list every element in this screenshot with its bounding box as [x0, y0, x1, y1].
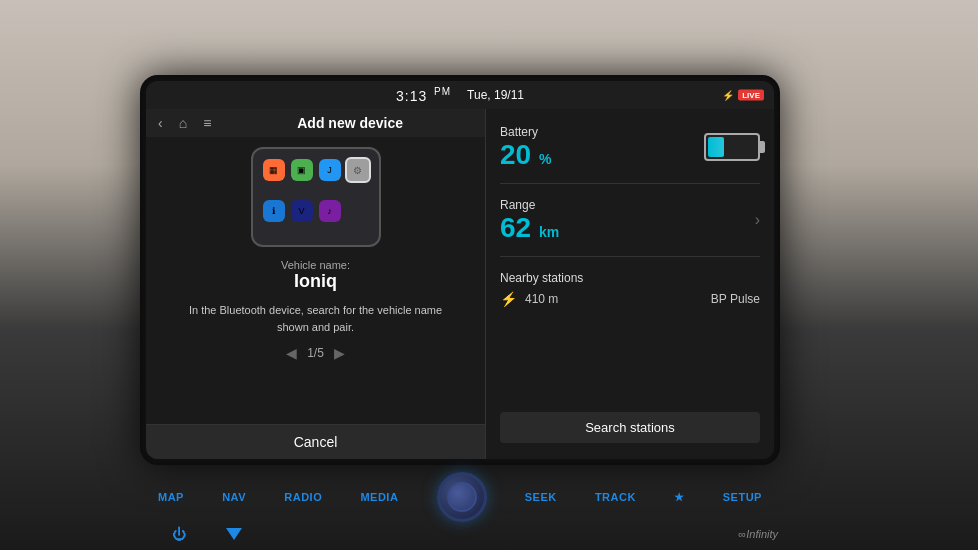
app-icon-6: V	[291, 200, 313, 222]
battery-info: Battery 20 %	[500, 125, 551, 169]
live-badge: LIVE	[738, 90, 764, 101]
time-suffix: PM	[434, 86, 451, 97]
range-arrow[interactable]: ›	[755, 211, 760, 229]
status-bar: 3:13 PM Tue, 19/11 ⚡ LIVE	[146, 81, 774, 109]
nav-bar: ‹ ⌂ ≡ Add new device	[146, 109, 485, 137]
app-icon-1: ▦	[263, 159, 285, 181]
range-info: Range 62 km	[500, 198, 559, 242]
bluetooth-icon: ⚡	[722, 90, 734, 101]
infotainment-screen: 3:13 PM Tue, 19/11 ⚡ LIVE ‹ ⌂ ≡	[146, 81, 774, 459]
add-device-title: Add new device	[227, 115, 473, 131]
settings-app-icon: ⚙	[345, 157, 371, 183]
battery-fill	[708, 137, 724, 157]
nearby-distance: 410 m	[525, 292, 558, 306]
screen-bezel: 3:13 PM Tue, 19/11 ⚡ LIVE ‹ ⌂ ≡	[140, 75, 780, 465]
nearby-row: ⚡ 410 m BP Pulse	[500, 291, 760, 307]
nearby-section: Nearby stations ⚡ 410 m BP Pulse	[500, 271, 760, 307]
vehicle-name: Ioniq	[281, 271, 350, 292]
map-button[interactable]: MAP	[158, 491, 184, 503]
radio-button[interactable]: RADIO	[284, 491, 322, 503]
date-display: Tue, 19/11	[467, 88, 524, 102]
time-display: 3:13 PM	[396, 86, 451, 104]
battery-visual	[704, 133, 760, 161]
battery-label: Battery	[500, 125, 551, 139]
page-number: 1/5	[307, 346, 324, 360]
home-icon[interactable]: ⌂	[179, 115, 187, 131]
app-icon-7: ♪	[319, 200, 341, 222]
instruction-text: In the Bluetooth device, search for the …	[156, 302, 475, 335]
battery-icon	[704, 133, 760, 161]
track-button[interactable]: TRACK	[595, 491, 636, 503]
nav-button[interactable]: NAV	[222, 491, 246, 503]
battery-unit: %	[539, 151, 551, 167]
cancel-bar: Cancel	[146, 424, 485, 459]
battery-number: 20	[500, 139, 531, 170]
brand-name: ∞Infinity	[738, 528, 778, 540]
volume-indicator	[226, 528, 242, 540]
battery-section: Battery 20 %	[500, 125, 760, 169]
knob-inner	[447, 482, 477, 512]
prev-arrow[interactable]: ◀	[286, 345, 297, 361]
nearby-label: Nearby stations	[500, 271, 760, 285]
range-number: 62	[500, 212, 531, 243]
range-value: 62 km	[500, 212, 559, 243]
divider-1	[500, 183, 760, 184]
status-icons: ⚡ LIVE	[722, 90, 764, 101]
pagination: ◀ 1/5 ▶	[286, 345, 345, 361]
main-content: ‹ ⌂ ≡ Add new device ▦ ▣ J ⚙ ✦	[146, 109, 774, 459]
range-label: Range	[500, 198, 559, 212]
app-icon-3: J	[319, 159, 341, 181]
next-arrow[interactable]: ▶	[334, 345, 345, 361]
media-button[interactable]: MEDIA	[360, 491, 398, 503]
divider-2	[500, 256, 760, 257]
charger-icon: ⚡	[500, 291, 517, 307]
cancel-button[interactable]: Cancel	[154, 434, 477, 450]
left-panel: ‹ ⌂ ≡ Add new device ▦ ▣ J ⚙ ✦	[146, 109, 486, 459]
seek-button[interactable]: SEEK	[525, 491, 557, 503]
center-knob[interactable]	[437, 472, 487, 522]
car-background: 3:13 PM Tue, 19/11 ⚡ LIVE ‹ ⌂ ≡	[0, 0, 978, 550]
right-panel: Battery 20 %	[486, 109, 774, 459]
nearby-name: BP Pulse	[711, 292, 760, 306]
bottom-row-2: ⏻	[140, 526, 780, 542]
back-icon[interactable]: ‹	[158, 115, 163, 131]
device-content: ▦ ▣ J ⚙ ✦ ℹ V ♪ Vehicle name: Ioni	[146, 137, 485, 424]
app-icon-2: ▣	[291, 159, 313, 181]
bottom-controls-row: MAP NAV RADIO MEDIA SEEK TRACK ★ SETUP	[140, 472, 780, 522]
time-value: 3:13	[396, 88, 427, 104]
vehicle-label: Vehicle name:	[281, 259, 350, 271]
phone-mockup: ▦ ▣ J ⚙ ✦ ℹ V ♪	[251, 147, 381, 247]
battery-value: 20 %	[500, 139, 551, 170]
vehicle-info: Vehicle name: Ioniq	[281, 259, 350, 292]
menu-icon[interactable]: ≡	[203, 115, 211, 131]
setup-button[interactable]: SETUP	[723, 491, 762, 503]
range-unit: km	[539, 224, 559, 240]
range-section: Range 62 km ›	[500, 198, 760, 242]
power-icon[interactable]: ⏻	[172, 526, 186, 542]
search-stations-button[interactable]: Search stations	[500, 412, 760, 443]
favorite-button[interactable]: ★	[674, 491, 685, 504]
app-icon-5: ℹ	[263, 200, 285, 222]
